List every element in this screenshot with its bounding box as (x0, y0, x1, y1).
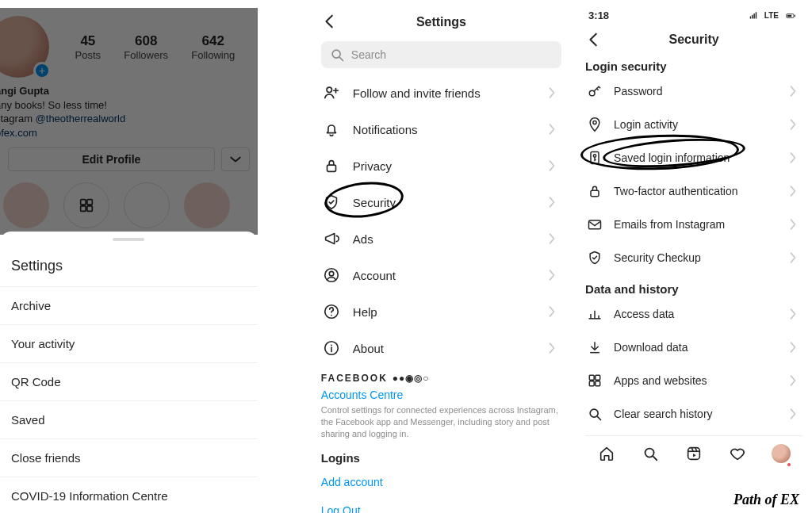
megaphone-icon (323, 230, 340, 247)
chevron-right-icon (544, 158, 560, 174)
drawer-grabber[interactable] (113, 238, 144, 241)
settings-ads[interactable]: Ads (321, 220, 561, 257)
drawer-settings[interactable]: Settings (0, 246, 258, 287)
page-title: Settings (416, 15, 466, 29)
drawer-your-activity[interactable]: Your activity (0, 325, 258, 363)
tab-home[interactable] (597, 444, 616, 463)
phone-profile: + 45Posts 608Followers 642Following angi… (0, 8, 258, 513)
chevron-right-icon (544, 267, 560, 283)
stat-following[interactable]: 642Following (191, 33, 235, 61)
settings-header: Settings (321, 8, 561, 36)
search-input[interactable]: Search (321, 41, 561, 68)
accounts-centre-link[interactable]: Accounts Centre (321, 389, 561, 401)
bio-link[interactable]: ofex.com (0, 126, 247, 140)
chevron-right-icon (785, 250, 801, 266)
lock-icon (323, 157, 340, 174)
chevron-right-icon (785, 406, 801, 422)
add-account-link[interactable]: Add account (321, 468, 561, 496)
settings-notifications[interactable]: Notifications (321, 111, 561, 147)
data-history-heading: Data and history (585, 282, 802, 296)
search-placeholder: Search (351, 48, 386, 61)
highlight-item[interactable] (184, 182, 230, 228)
bio-line: stagram @theotherrealworld (0, 112, 247, 126)
shield-icon (323, 193, 340, 211)
search-icon (587, 406, 603, 422)
reels-icon (685, 445, 703, 462)
profile-stats: 45Posts 608Followers 642Following (63, 33, 247, 61)
security-clear-history[interactable]: Clear search history (585, 397, 802, 431)
signal-icon (747, 10, 761, 21)
suggested-users-button[interactable] (221, 147, 250, 171)
highlight-item[interactable] (124, 182, 170, 228)
settings-help[interactable]: Help (321, 293, 561, 330)
settings-follow-invite[interactable]: Follow and invite friends (321, 75, 561, 111)
back-button[interactable] (585, 31, 603, 48)
settings-account[interactable]: Account (321, 257, 561, 293)
add-person-icon (323, 84, 340, 101)
highlight-item[interactable] (3, 182, 49, 228)
security-download-data[interactable]: Download data (585, 331, 802, 364)
drawer-archive[interactable]: Archive (0, 287, 258, 325)
search-icon (329, 47, 345, 63)
tab-reels[interactable] (684, 444, 703, 463)
avatar-icon (772, 444, 791, 463)
chevron-down-icon (228, 151, 243, 167)
facebook-section: FACEBOOK ●●◉◎○ Accounts Centre Control s… (321, 373, 561, 440)
status-bar: 3:18 LTE (585, 8, 802, 28)
shield-icon (587, 250, 603, 266)
edit-profile-button[interactable]: Edit Profile (8, 147, 215, 171)
drawer-covid-info[interactable]: COVID-19 Information Centre (0, 477, 258, 513)
security-access-data[interactable]: Access data (585, 297, 802, 331)
security-password[interactable]: Password (585, 75, 802, 108)
page-title: Security (668, 33, 718, 47)
security-login-activity[interactable]: Login activity (585, 108, 802, 141)
bio-line: any books! So less time! (0, 98, 247, 113)
profile-name: angi Gupta (0, 84, 247, 98)
security-2fa[interactable]: Two-factor authentication (585, 174, 802, 208)
apps-icon (587, 373, 603, 389)
back-button[interactable] (321, 13, 339, 30)
drawer-saved[interactable]: Saved (0, 401, 258, 439)
chevron-right-icon (544, 231, 560, 247)
stat-followers[interactable]: 608Followers (124, 33, 168, 61)
security-header: Security (585, 28, 802, 52)
home-icon (598, 445, 615, 462)
profile-top-dimmed: + 45Posts 608Followers 642Following angi… (0, 8, 258, 235)
tab-search[interactable] (641, 444, 660, 463)
heart-icon (729, 445, 746, 462)
security-apps-websites[interactable]: Apps and websites (585, 364, 802, 397)
battery-icon (782, 10, 799, 21)
add-story-icon[interactable]: + (33, 62, 51, 79)
chevron-right-icon (785, 150, 801, 166)
story-highlights (3, 182, 247, 228)
profile-avatar[interactable]: + (0, 16, 49, 78)
security-saved-login[interactable]: Saved login information (585, 141, 802, 174)
chevron-left-icon (585, 31, 603, 48)
login-security-heading: Login security (585, 59, 802, 73)
facebook-brand: FACEBOOK ●●◉◎○ (321, 373, 561, 384)
security-checkup[interactable]: Security Checkup (585, 241, 802, 274)
download-icon (587, 339, 603, 355)
tab-profile[interactable] (772, 444, 791, 463)
drawer-qr-code[interactable]: QR Code (0, 363, 258, 401)
stat-posts[interactable]: 45Posts (75, 33, 102, 61)
logout-link[interactable]: Log Out (321, 496, 561, 513)
drawer-close-friends[interactable]: Close friends (0, 439, 258, 477)
security-emails[interactable]: Emails from Instagram (585, 208, 802, 241)
phone-security: 3:18 LTE Security Login security Passwor… (585, 8, 802, 513)
lock-icon (587, 183, 603, 199)
settings-privacy[interactable]: Privacy (321, 147, 561, 184)
chevron-right-icon (785, 339, 801, 355)
settings-security[interactable]: Security (321, 184, 561, 220)
profile-bio: angi Gupta any books! So less time! stag… (0, 84, 247, 140)
mail-icon (587, 216, 603, 232)
tab-activity[interactable] (728, 444, 747, 463)
settings-about[interactable]: About (321, 330, 561, 366)
chevron-right-icon (785, 373, 801, 389)
bell-icon (323, 121, 340, 138)
pin-icon (587, 117, 603, 132)
key-tag-icon (587, 150, 603, 166)
chevron-right-icon (785, 306, 801, 322)
highlight-item[interactable] (63, 182, 109, 228)
chevron-right-icon (785, 216, 801, 232)
